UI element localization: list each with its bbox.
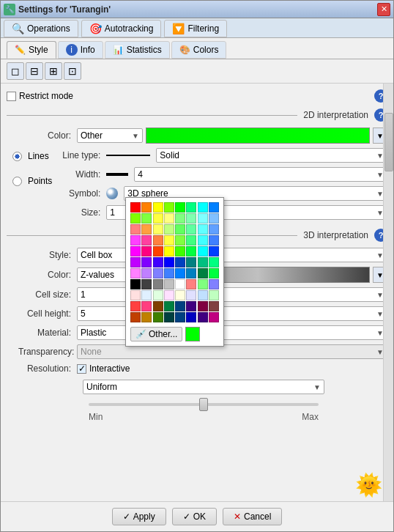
subtab-statistics[interactable]: 📊 Statistics — [105, 41, 170, 59]
color-cell[interactable] — [164, 235, 174, 245]
color-cell[interactable] — [186, 312, 196, 322]
color-cell[interactable] — [209, 312, 219, 322]
color-cell[interactable] — [175, 268, 185, 278]
slider-thumb[interactable] — [199, 398, 208, 411]
close-button[interactable]: ✕ — [377, 3, 390, 16]
material-dropdown[interactable]: Plastic ▼ — [77, 325, 387, 340]
color-cell[interactable] — [153, 202, 163, 213]
toolbar-btn-3[interactable]: ⊞ — [45, 62, 62, 80]
points-radio[interactable] — [12, 177, 22, 186]
color-cell[interactable] — [198, 202, 208, 213]
color-cell[interactable] — [153, 224, 163, 234]
interactive-checkbox[interactable]: ✓ — [77, 364, 86, 374]
color-cell[interactable] — [130, 235, 141, 245]
color-cell[interactable] — [209, 290, 219, 300]
color-cell[interactable] — [141, 279, 152, 289]
width-dropdown[interactable]: 4 ▼ — [134, 167, 387, 182]
color-cell[interactable] — [198, 235, 208, 245]
color-cell[interactable] — [153, 312, 163, 322]
color-cell[interactable] — [186, 246, 196, 256]
color-cell[interactable] — [153, 279, 163, 289]
color-cell[interactable] — [186, 213, 196, 223]
restrict-mode-checkbox[interactable] — [7, 92, 16, 101]
color-cell[interactable] — [141, 312, 152, 322]
tab-filtering[interactable]: 🔽 Filtering — [164, 20, 227, 37]
cell-size-dropdown[interactable]: 1 ▼ — [77, 287, 387, 302]
color-cell[interactable] — [198, 279, 208, 289]
color-cell[interactable] — [209, 202, 219, 213]
color-cell[interactable] — [141, 268, 152, 278]
color-cell[interactable] — [209, 257, 219, 267]
color-cell[interactable] — [141, 202, 152, 213]
color-cell[interactable] — [198, 257, 208, 267]
color-cell[interactable] — [141, 301, 152, 311]
color-cell[interactable] — [198, 312, 208, 322]
color-cell[interactable] — [209, 301, 219, 311]
apply-button[interactable]: ✓ Apply — [112, 508, 166, 525]
color-cell[interactable] — [175, 246, 185, 256]
color-cell[interactable] — [153, 213, 163, 223]
color-cell[interactable] — [130, 224, 141, 234]
tab-operations[interactable]: 🔍 Operations — [4, 20, 78, 37]
color-cell[interactable] — [164, 224, 174, 234]
color-cell[interactable] — [175, 202, 185, 213]
color-cell[interactable] — [153, 246, 163, 256]
3d-style-dropdown[interactable]: Cell box ▼ — [77, 248, 387, 262]
lines-radio[interactable] — [12, 152, 22, 161]
cell-height-dropdown[interactable]: 5 ▼ — [77, 306, 387, 321]
color-cell[interactable] — [175, 290, 185, 300]
color-cell[interactable] — [141, 224, 152, 234]
color-cell[interactable] — [186, 224, 196, 234]
color-cell[interactable] — [198, 268, 208, 278]
scrollbar-thumb[interactable] — [384, 113, 393, 171]
color-cell[interactable] — [164, 301, 174, 311]
tab-autotracking[interactable]: 🎯 Autotracking — [81, 20, 162, 37]
other-color-button[interactable]: 💉 Other... — [130, 327, 182, 341]
color-cell[interactable] — [209, 235, 219, 245]
color-cell[interactable] — [198, 246, 208, 256]
toolbar-btn-1[interactable]: ◻ — [7, 62, 24, 80]
color-cell[interactable] — [130, 312, 141, 322]
color-cell[interactable] — [153, 257, 163, 267]
color-cell[interactable] — [186, 235, 196, 245]
color-cell[interactable] — [130, 257, 141, 267]
color-cell[interactable] — [186, 290, 196, 300]
color-cell[interactable] — [175, 224, 185, 234]
color-cell[interactable] — [186, 279, 196, 289]
color-cell[interactable] — [209, 224, 219, 234]
color-cell[interactable] — [164, 246, 174, 256]
color-cell[interactable] — [164, 279, 174, 289]
color-cell[interactable] — [141, 257, 152, 267]
uniform-dropdown[interactable]: Uniform ▼ — [83, 380, 324, 394]
color-cell[interactable] — [209, 279, 219, 289]
color-cell[interactable] — [141, 235, 152, 245]
color-cell[interactable] — [153, 268, 163, 278]
color-cell[interactable] — [164, 268, 174, 278]
transparency-dropdown[interactable]: None ▼ — [77, 344, 387, 359]
color-dropdown[interactable]: Other ▼ — [77, 128, 143, 143]
color-cell[interactable] — [141, 246, 152, 256]
color-cell[interactable] — [130, 301, 141, 311]
color-cell[interactable] — [164, 312, 174, 322]
color-cell[interactable] — [175, 257, 185, 267]
color-cell[interactable] — [175, 301, 185, 311]
color-cell[interactable] — [141, 290, 152, 300]
color-cell[interactable] — [186, 257, 196, 267]
color-cell[interactable] — [130, 202, 141, 213]
color-cell[interactable] — [175, 312, 185, 322]
color-cell[interactable] — [153, 235, 163, 245]
color-cell[interactable] — [164, 202, 174, 213]
color-cell[interactable] — [153, 290, 163, 300]
line-type-dropdown[interactable]: Solid ▼ — [156, 148, 387, 163]
color-cell[interactable] — [130, 279, 141, 289]
color-cell[interactable] — [153, 301, 163, 311]
color-cell[interactable] — [164, 213, 174, 223]
color-cell[interactable] — [141, 213, 152, 223]
toolbar-btn-4[interactable]: ⊡ — [64, 62, 81, 80]
color-cell[interactable] — [209, 246, 219, 256]
color-cell[interactable] — [130, 290, 141, 300]
color-cell[interactable] — [198, 301, 208, 311]
subtab-info[interactable]: i Info — [58, 41, 103, 59]
ok-button[interactable]: ✓ OK — [172, 508, 217, 525]
color-cell[interactable] — [186, 202, 196, 213]
